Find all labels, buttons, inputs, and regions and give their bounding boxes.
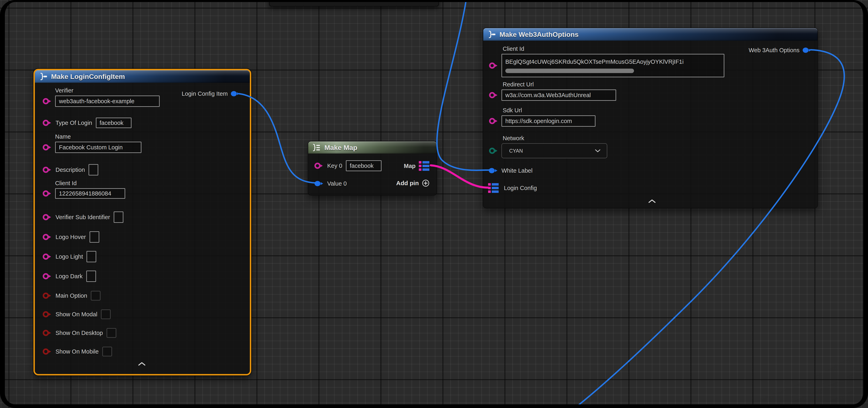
type-of-login-field[interactable]: facebook (96, 117, 131, 128)
pin-description[interactable] (42, 166, 52, 174)
verifier-sub-identifier-field[interactable] (114, 211, 123, 223)
client-id-label: Client Id (55, 180, 125, 186)
show-on-modal-label: Show On Modal (56, 311, 97, 318)
pin-verifier-sub-identifier[interactable] (42, 213, 52, 221)
network-dropdown[interactable]: CYAN (501, 143, 607, 158)
pin-map-output[interactable] (419, 161, 431, 171)
node-title: Make Web3AuthOptions (499, 31, 579, 38)
name-label: Name (55, 133, 142, 140)
network-label: Network (503, 135, 607, 142)
node-make-web3authoptions[interactable]: Make Web3AuthOptions Web 3Auth Options C… (483, 28, 818, 208)
description-label: Description (56, 167, 85, 173)
node-title: Make LoginConfigItem (51, 73, 125, 80)
chevron-down-icon (595, 149, 601, 152)
logo-hover-field[interactable] (90, 231, 99, 243)
verifier-field[interactable]: web3auth-facebook-example (55, 96, 160, 107)
pin-show-on-modal[interactable] (42, 310, 52, 318)
value-0-label: Value 0 (327, 180, 347, 187)
collapse-chevron-icon[interactable] (647, 199, 657, 204)
show-on-mobile-label: Show On Mobile (56, 348, 99, 355)
make-struct-icon (487, 30, 496, 38)
make-struct-icon (39, 72, 48, 80)
logo-hover-label: Logo Hover (56, 234, 86, 240)
client-id-scrollbar[interactable] (505, 69, 634, 73)
name-field[interactable]: Facebook Custom Login (55, 142, 142, 153)
type-of-login-label: Type Of Login (56, 120, 92, 126)
pin-main-option[interactable] (42, 292, 52, 300)
client-id-field[interactable]: 1222658941886084 (55, 188, 125, 199)
pin-key-0[interactable] (314, 162, 323, 170)
white-label-label: White Label (501, 167, 532, 174)
redirect-url-label: Redirect Url (503, 81, 616, 88)
show-on-modal-checkbox[interactable] (101, 309, 111, 319)
client-id-label: Client Id (503, 45, 724, 52)
add-pin-label: Add pin (396, 180, 419, 186)
pin-verifier[interactable] (42, 97, 52, 105)
pin-redirect-url[interactable] (489, 91, 498, 99)
redirect-url-field[interactable]: w3a://com.w3a.Web3AuthUnreal (501, 90, 616, 101)
offscreen-node-partial[interactable] (269, 0, 439, 6)
pin-login-config[interactable] (488, 183, 500, 193)
pin-logo-light[interactable] (42, 253, 52, 261)
pin-sdk-url[interactable] (489, 117, 498, 125)
show-on-desktop-label: Show On Desktop (56, 330, 103, 336)
description-field[interactable] (89, 164, 98, 175)
pin-client-id[interactable] (42, 190, 52, 197)
node-make-loginconfigitem[interactable]: Make LoginConfigItem Login Config Item V… (33, 69, 251, 375)
collapse-chevron-icon[interactable] (137, 361, 147, 367)
pin-type-of-login[interactable] (42, 119, 52, 127)
map-output-label: Map (404, 163, 415, 169)
main-option-label: Main Option (56, 293, 87, 299)
output-label: Login Config Item (182, 91, 228, 97)
client-id-field[interactable]: BEglQSgt4cUWcj6SKRdu5QkOXTsePmMcusG5EAoy… (501, 54, 724, 77)
pin-network[interactable] (489, 147, 498, 155)
key-0-label: Key 0 (327, 163, 342, 169)
pin-name[interactable] (42, 143, 52, 151)
network-selected-value: CYAN (509, 148, 523, 154)
make-map-icon (312, 143, 321, 151)
node-make-loginconfigitem-header[interactable]: Make LoginConfigItem (35, 70, 250, 83)
pin-show-on-mobile[interactable] (42, 348, 52, 355)
logo-dark-field[interactable] (86, 271, 96, 282)
pin-show-on-desktop[interactable] (42, 329, 52, 337)
show-on-desktop-checkbox[interactable] (106, 328, 116, 338)
main-option-checkbox[interactable] (91, 291, 100, 301)
client-id-text[interactable]: BEglQSgt4cUWcj6SKRdu5QkOXTsePmMcusG5EAoy… (502, 56, 724, 67)
pin-client-id[interactable] (489, 62, 498, 69)
verifier-sub-identifier-label: Verifier Sub Identifier (56, 214, 110, 220)
logo-dark-label: Logo Dark (56, 273, 83, 280)
pin-logo-hover[interactable] (42, 233, 52, 241)
add-pin-button[interactable]: Add pin (396, 179, 430, 187)
verifier-label: Verifier (55, 87, 160, 94)
add-pin-icon[interactable] (422, 179, 430, 187)
node-title: Make Map (324, 144, 358, 151)
logo-light-label: Logo Light (56, 253, 83, 260)
wire-offscreen-to-white-label[interactable] (437, 0, 491, 170)
logo-light-field[interactable] (87, 251, 96, 262)
login-config-label: Login Config (504, 185, 537, 192)
node-make-map-header[interactable]: Make Map (308, 141, 437, 154)
show-on-mobile-checkbox[interactable] (102, 347, 112, 356)
key-0-field[interactable]: facebook (346, 160, 381, 171)
sdk-url-field[interactable]: https://sdk.openlogin.com (501, 115, 595, 127)
node-make-map[interactable]: Make Map Key 0 facebook Map Valu (308, 141, 437, 196)
web3auth-options-output-label: Web 3Auth Options (749, 47, 800, 54)
node-make-web3authoptions-header[interactable]: Make Web3AuthOptions (483, 28, 817, 41)
blueprint-graph-canvas[interactable]: Make LoginConfigItem Login Config Item V… (0, 0, 868, 408)
pin-logo-dark[interactable] (42, 272, 52, 280)
sdk-url-label: Sdk Url (503, 107, 595, 114)
